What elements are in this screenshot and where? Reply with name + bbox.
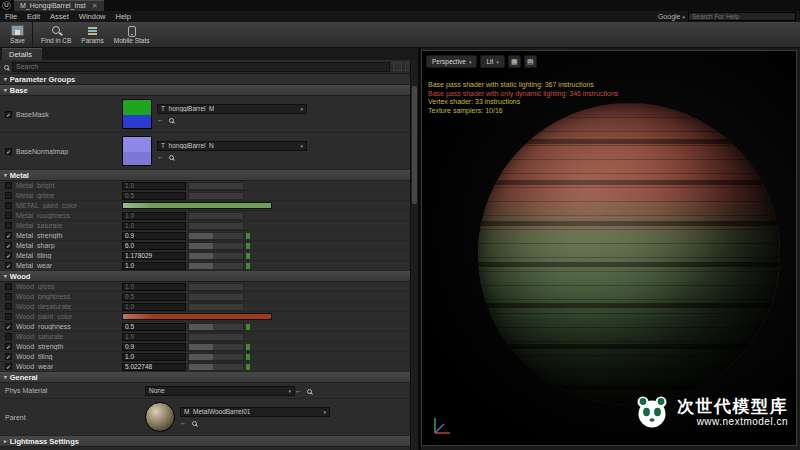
value-input[interactable]: 1.0 — [122, 262, 186, 270]
browse-asset-button[interactable] — [307, 387, 312, 395]
value-input[interactable]: 1.178029 — [122, 252, 186, 260]
value-input[interactable]: 1.0 — [122, 283, 186, 291]
slider-track[interactable] — [188, 333, 244, 341]
use-selected-icon[interactable]: ← — [157, 116, 164, 124]
texture-thumbnail[interactable] — [122, 136, 152, 166]
menu-window[interactable]: Window — [74, 12, 111, 21]
browse-asset-button[interactable] — [169, 116, 174, 124]
override-checkbox[interactable]: ✓ — [5, 262, 12, 269]
slider-track[interactable] — [188, 232, 244, 240]
use-selected-icon[interactable]: ← — [157, 153, 164, 161]
value-input[interactable]: 1.0 — [122, 333, 186, 341]
section-header-wood[interactable]: ▾Wood — [0, 271, 410, 282]
override-checkbox[interactable]: ✓ — [5, 242, 12, 249]
slider-track[interactable] — [188, 242, 244, 250]
value-input[interactable]: 0.9 — [122, 343, 186, 351]
texture-thumbnail[interactable] — [122, 99, 152, 129]
value-input[interactable]: 1.0 — [122, 182, 186, 190]
color-swatch[interactable] — [122, 202, 272, 209]
use-selected-icon[interactable]: ← — [180, 419, 187, 427]
menu-help[interactable]: Help — [110, 12, 135, 21]
menu-file[interactable]: File — [0, 12, 22, 21]
value-input[interactable]: 6.0 — [122, 242, 186, 250]
slider-track[interactable] — [188, 222, 244, 230]
value-input[interactable]: 1.0 — [122, 353, 186, 361]
menu-asset[interactable]: Asset — [45, 12, 74, 21]
slider-track[interactable] — [188, 293, 244, 301]
parent-material-thumbnail[interactable] — [145, 402, 175, 432]
parent-material-dropdown[interactable]: M_MetalWoodBarrel01▾ — [180, 407, 330, 417]
slider-track[interactable] — [188, 323, 244, 331]
override-checkbox[interactable] — [5, 283, 12, 290]
filter-icon[interactable] — [393, 62, 402, 71]
slider-track[interactable] — [188, 252, 244, 260]
nextmodel-panda-logo — [634, 395, 670, 429]
slider-track[interactable] — [188, 192, 244, 200]
find-in-cb-button[interactable]: Find in CB — [36, 22, 76, 47]
override-checkbox[interactable] — [5, 212, 12, 219]
override-checkbox[interactable] — [5, 202, 12, 209]
lit-mode-button[interactable]: Lit ▾ — [480, 55, 504, 68]
material-preview-sphere[interactable] — [478, 103, 780, 405]
help-source-dropdown[interactable]: Google ▾ — [658, 13, 685, 20]
override-checkbox[interactable]: ✓ — [5, 252, 12, 259]
override-checkbox[interactable] — [5, 333, 12, 340]
browse-asset-button[interactable] — [192, 419, 197, 427]
value-input[interactable]: 0.5 — [122, 323, 186, 331]
override-checkbox[interactable] — [5, 222, 12, 229]
params-button[interactable]: Params — [76, 22, 108, 47]
value-input[interactable]: 0.5 — [122, 192, 186, 200]
override-checkbox[interactable]: ✓ — [5, 111, 12, 118]
override-checkbox[interactable] — [5, 313, 12, 320]
value-input[interactable]: 1.0 — [122, 222, 186, 230]
override-checkbox[interactable]: ✓ — [5, 148, 12, 155]
value-input[interactable]: 0.9 — [122, 232, 186, 240]
override-checkbox[interactable]: ✓ — [5, 323, 12, 330]
parameter-groups-header[interactable]: ▾ Parameter Groups — [0, 74, 418, 85]
preview-viewport[interactable]: Perspective ▾ Lit ▾ ▦ ▤ Base pass shader… — [421, 50, 797, 446]
asset-dropdown[interactable]: T_hongqiBarrel_M▾ — [157, 104, 307, 114]
asset-dropdown[interactable]: T_hongqiBarrel_N▾ — [157, 141, 307, 151]
viewport-layout-button[interactable]: ▤ — [524, 55, 537, 68]
override-checkbox[interactable] — [5, 182, 12, 189]
override-checkbox[interactable] — [5, 192, 12, 199]
override-checkbox[interactable]: ✓ — [5, 232, 12, 239]
color-swatch[interactable] — [122, 313, 272, 320]
save-button[interactable]: Save — [3, 22, 33, 47]
override-checkbox[interactable]: ✓ — [5, 343, 12, 350]
phys-material-dropdown[interactable]: None▾ — [145, 386, 295, 396]
window-title-tab[interactable]: M_HongqiBarrel_Inst ✕ — [14, 0, 104, 11]
details-scrollbar[interactable] — [410, 60, 418, 450]
value-input[interactable]: 5.022748 — [122, 363, 186, 371]
value-input[interactable]: 0.5 — [122, 293, 186, 301]
slider-track[interactable] — [188, 363, 244, 371]
details-search-input[interactable] — [12, 62, 390, 72]
slider-track[interactable] — [188, 182, 244, 190]
slider-track[interactable] — [188, 212, 244, 220]
browse-asset-button[interactable] — [169, 153, 174, 161]
slider-track[interactable] — [188, 283, 244, 291]
slider-track[interactable] — [188, 353, 244, 361]
tab-details[interactable]: Details — [2, 48, 42, 60]
section-header-base[interactable]: ▾Base — [0, 85, 410, 96]
close-icon[interactable]: ✕ — [92, 1, 98, 11]
perspective-button[interactable]: Perspective ▾ — [426, 55, 477, 68]
section-header-metal[interactable]: ▾Metal — [0, 170, 410, 181]
override-checkbox[interactable]: ✓ — [5, 353, 12, 360]
slider-track[interactable] — [188, 303, 244, 311]
section-header-lightmass-settings[interactable]: ▸Lightmass Settings — [0, 436, 410, 447]
help-search-input[interactable] — [688, 12, 796, 21]
use-selected-icon[interactable]: ← — [295, 387, 302, 395]
value-input[interactable]: 1.0 — [122, 303, 186, 311]
slider-track[interactable] — [188, 343, 244, 351]
slider-track[interactable] — [188, 262, 244, 270]
viewport-grid-button[interactable]: ▦ — [508, 55, 521, 68]
override-checkbox[interactable] — [5, 293, 12, 300]
override-checkbox[interactable] — [5, 303, 12, 310]
menu-edit[interactable]: Edit — [22, 12, 45, 21]
scrollbar-thumb[interactable] — [412, 86, 417, 204]
override-checkbox[interactable]: ✓ — [5, 363, 12, 370]
section-header-general[interactable]: ▾General — [0, 372, 410, 383]
value-input[interactable]: 1.0 — [122, 212, 186, 220]
mobile-stats-button[interactable]: Mobile Stats — [109, 22, 155, 47]
